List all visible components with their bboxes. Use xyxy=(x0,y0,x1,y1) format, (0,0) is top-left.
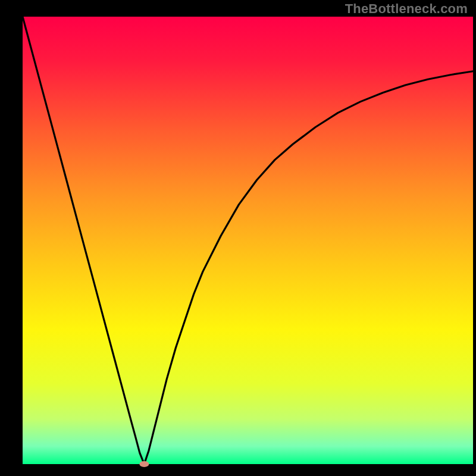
bottleneck-chart xyxy=(0,0,476,476)
chart-frame: TheBottleneck.com xyxy=(0,0,476,476)
watermark-text: TheBottleneck.com xyxy=(345,1,468,17)
optimum-marker xyxy=(139,461,149,467)
gradient-background xyxy=(23,17,473,464)
